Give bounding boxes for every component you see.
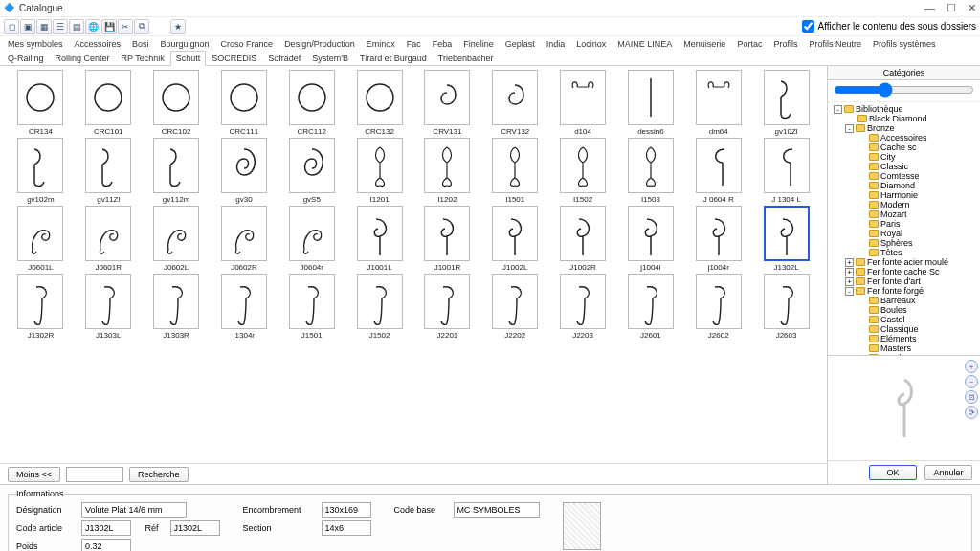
symbol-thumbnail[interactable]: [560, 274, 606, 329]
symbol-item[interactable]: J1302R: [8, 274, 74, 340]
symbol-item[interactable]: J2202: [482, 274, 548, 340]
tab-mes-symboles[interactable]: Mes symboles: [2, 36, 69, 51]
symbol-thumbnail[interactable]: [153, 138, 199, 193]
tab-bourguignon[interactable]: Bourguignon: [155, 36, 215, 51]
symbol-thumbnail[interactable]: [424, 138, 470, 193]
symbol-thumbnail[interactable]: [764, 138, 810, 193]
symbol-item[interactable]: CRC101: [76, 70, 142, 136]
zoom-fit-icon[interactable]: ⊡: [965, 390, 978, 404]
symbol-thumbnail[interactable]: [492, 70, 538, 125]
tab-menuiserie[interactable]: Menuiserie: [678, 36, 731, 51]
tree-node[interactable]: Royal: [830, 229, 978, 238]
symbol-thumbnail[interactable]: [628, 206, 674, 261]
symbol-thumbnail[interactable]: [17, 274, 63, 329]
tab-profils-neutre[interactable]: Profils Neutre: [803, 36, 867, 51]
code-article-field[interactable]: [81, 520, 131, 536]
symbol-item[interactable]: I1202: [414, 138, 480, 204]
symbol-item[interactable]: dm64: [685, 70, 751, 136]
search-button[interactable]: Recherche: [129, 467, 189, 482]
symbol-thumbnail[interactable]: [221, 206, 267, 261]
symbol-thumbnail[interactable]: [289, 70, 335, 125]
symbol-thumbnail[interactable]: [221, 274, 267, 329]
symbol-item[interactable]: CRC132: [346, 70, 412, 136]
tab-geplast[interactable]: Geplast: [500, 36, 541, 51]
tab-feba[interactable]: Feba: [427, 36, 458, 51]
tool-copy-icon[interactable]: ⧉: [134, 19, 149, 34]
symbol-item[interactable]: J2601: [618, 274, 684, 340]
tree-node[interactable]: Accessoires: [830, 133, 978, 143]
symbol-thumbnail[interactable]: [764, 274, 810, 329]
symbol-item[interactable]: CRV131: [414, 70, 480, 136]
symbol-item[interactable]: J1302L: [753, 206, 819, 272]
tree-node[interactable]: Diamond: [830, 181, 978, 190]
symbol-item[interactable]: gv11Zl: [76, 138, 142, 204]
tool-open-icon[interactable]: ▣: [20, 19, 35, 34]
symbol-thumbnail[interactable]: [628, 70, 674, 125]
tree-node[interactable]: Mozart: [830, 209, 978, 219]
symbol-item[interactable]: J1303L: [76, 274, 142, 340]
symbol-thumbnail[interactable]: [424, 70, 470, 125]
zoom-in-icon[interactable]: ＋: [965, 360, 978, 373]
tree-node[interactable]: Eléments: [830, 334, 978, 343]
tool-world-icon[interactable]: 🌐: [85, 19, 100, 34]
zoom-out-icon[interactable]: －: [965, 375, 978, 388]
tree-node[interactable]: Têtes: [830, 248, 978, 257]
symbol-item[interactable]: J1001R: [414, 206, 480, 272]
tab-profils-syst-mes[interactable]: Profils systèmes: [867, 36, 942, 51]
expand-icon[interactable]: -: [834, 105, 842, 114]
tool-grid-icon[interactable]: ▦: [36, 19, 52, 34]
symbol-item[interactable]: j1004r: [685, 206, 751, 272]
tab-tirard-et-burgaud[interactable]: Tirard et Burgaud: [354, 51, 433, 65]
symbol-thumbnail[interactable]: [85, 138, 131, 193]
tree-node[interactable]: Boules: [830, 305, 978, 315]
expand-icon[interactable]: -: [845, 124, 854, 133]
poids-field[interactable]: [81, 539, 131, 551]
close-icon[interactable]: ✕: [968, 2, 976, 14]
encombrement-field[interactable]: [322, 502, 371, 518]
tab-rolling-center[interactable]: Rolling Center: [50, 51, 116, 65]
symbol-item[interactable]: j1004l: [618, 206, 684, 272]
tab-rp-technik[interactable]: RP Technik: [116, 51, 170, 65]
symbol-item[interactable]: J 0604 R: [685, 138, 751, 204]
symbol-item[interactable]: I1502: [550, 138, 616, 204]
symbol-thumbnail[interactable]: [17, 206, 63, 261]
symbol-item[interactable]: J2203: [550, 274, 616, 340]
symbol-item[interactable]: J1001L: [346, 206, 412, 272]
tab-portac[interactable]: Portac: [731, 36, 768, 51]
expand-icon[interactable]: +: [845, 268, 854, 276]
symbol-thumbnail[interactable]: [289, 206, 335, 261]
tab-maine-linea[interactable]: MAINE LINEA: [612, 36, 678, 51]
symbol-thumbnail[interactable]: [764, 206, 810, 261]
less-button[interactable]: Moins <<: [8, 467, 60, 482]
tab-system-b[interactable]: System'B: [306, 51, 354, 65]
symbol-thumbnail[interactable]: [17, 70, 63, 125]
symbol-item[interactable]: gv102m: [8, 138, 74, 204]
symbol-thumbnail[interactable]: [85, 274, 131, 329]
symbol-item[interactable]: gv10Zl: [753, 70, 819, 136]
symbol-thumbnail[interactable]: [357, 206, 403, 261]
expand-icon[interactable]: +: [845, 277, 854, 286]
symbol-item[interactable]: J0601R: [76, 206, 142, 272]
symbol-thumbnail[interactable]: [696, 138, 742, 193]
designation-field[interactable]: [81, 502, 187, 518]
symbol-thumbnail[interactable]: [492, 138, 538, 193]
symbol-thumbnail[interactable]: [492, 206, 538, 261]
symbol-thumbnail[interactable]: [560, 138, 606, 193]
symbol-item[interactable]: J1303R: [144, 274, 210, 340]
symbol-thumbnail[interactable]: [153, 206, 199, 261]
symbol-thumbnail[interactable]: [221, 138, 267, 193]
ok-button[interactable]: OK: [869, 465, 917, 480]
symbol-thumbnail[interactable]: [560, 206, 606, 261]
expand-icon[interactable]: -: [845, 287, 854, 296]
symbol-item[interactable]: j1304r: [212, 274, 278, 340]
symbol-item[interactable]: J0602L: [144, 206, 210, 272]
tree-node[interactable]: +Fer fonte cache Sc: [830, 267, 978, 276]
tool-new-icon[interactable]: ◻: [4, 19, 19, 34]
tab-design-production[interactable]: Design/Production: [278, 36, 361, 51]
show-subfolders-checkbox[interactable]: Afficher le contenu des sous dossiers: [802, 20, 976, 33]
symbol-item[interactable]: CRC112: [278, 70, 345, 136]
symbol-item[interactable]: J1502: [346, 274, 412, 340]
symbol-item[interactable]: I1503: [618, 138, 684, 204]
tree-node[interactable]: -Bibliothèque: [830, 104, 978, 114]
tree-node[interactable]: Classique: [830, 324, 978, 334]
